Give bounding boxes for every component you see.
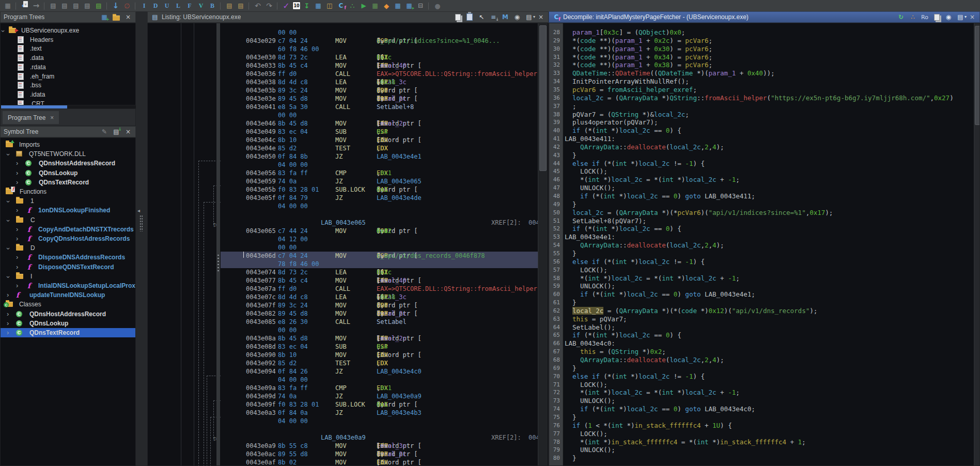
listing-row[interactable]: 0043e09d74 0aJZLAB_0043e0a9 [221, 392, 538, 400]
decompile-line[interactable]: 61 } [549, 299, 979, 307]
decompile-line[interactable]: 80 } [549, 454, 979, 462]
memory-map-icon[interactable]: ▦ [370, 1, 380, 10]
diff-icon[interactable]: M [501, 13, 509, 21]
decompile-line[interactable]: 42 QArrayData::deallocate(local_2c,2,4); [549, 143, 979, 151]
listing-row[interactable]: 0043e0af8b 02MOVEAX,dword ptr [EDX] [221, 458, 538, 466]
snapshot-icon[interactable]: ◉ [944, 13, 953, 21]
listing-row[interactable]: 0043e04983 ec 04SUBESP,0x4 [221, 128, 538, 136]
decompile-line[interactable]: 54 QArrayData::deallocate(local_2c,2,4); [549, 241, 979, 250]
listing-row[interactable]: 00 00 [221, 111, 538, 119]
chevron-right-icon[interactable]: › [7, 290, 9, 300]
decompile-line[interactable]: 44 else if (*(int *)local_2c != -1) { [549, 160, 979, 168]
symbol-tree-item-1ondnslookupfinished[interactable]: ›f1onDNSLookupFinished [1, 206, 135, 215]
symbol-tree-item-classes[interactable]: CClasses [1, 300, 135, 309]
chevron-right-icon[interactable]: › [16, 178, 18, 187]
decompile-line[interactable]: 64 SetLabel(); [549, 323, 979, 332]
program-tree-item[interactable]: .text [1, 44, 135, 53]
decompile-line[interactable]: 55 } [549, 250, 979, 258]
decompile-line[interactable]: 38 pQVar7 = (QString *)&local_2c; [549, 111, 979, 119]
decompile-line[interactable]: 35 pcVar6 = fromAscii_helper_exref; [549, 86, 979, 94]
listing-label-row[interactable]: LAB_0043e065XREF[2]:0043 [221, 219, 538, 227]
decompile-line[interactable]: 68 QArrayData::deallocate(local_2c,2,4); [549, 356, 979, 364]
symbol-tree-item-qdnslookup[interactable]: ›CQDnsLookup [1, 168, 135, 178]
symbol-tree-item-qdnslookup[interactable]: ›CQDnsLookup [1, 319, 135, 328]
decompile-line[interactable]: 45 LOCK(); [549, 167, 979, 176]
binary-view-icon[interactable]: 10 [292, 2, 301, 10]
listing-row[interactable]: 0043e036ff d0CALLEAX=>QT5CORE.DLL::QStri… [221, 70, 538, 78]
decompile-line[interactable]: 78 *(int *)in_stack_ffffffc4 = *(int *)i… [549, 438, 979, 446]
decompile-line[interactable]: 79 UNLOCK(); [549, 446, 979, 454]
chevron-right-icon[interactable]: › [16, 159, 18, 168]
listing-row[interactable]: 0043e0338b 45 c4MOVEAX,dword ptr [EBP + … [221, 61, 538, 70]
struct-editor-icon[interactable]: ▤ [94, 1, 104, 10]
chevron-down-icon[interactable]: › [4, 200, 13, 203]
listing-row[interactable]: 0043e085e8 26 30CALLSetLabel [221, 318, 538, 326]
listing-row[interactable]: 0043e0388d 4d c8LEAECX=>local_3c,[EBP + … [221, 78, 538, 86]
symbol-table-icon[interactable]: ▦ [393, 1, 403, 10]
chevron-right-icon[interactable]: › [16, 253, 18, 262]
create-tree-icon[interactable]: ▦+ [100, 13, 108, 21]
decompile-line[interactable]: 36 local_2c = (QArrayData *)QString::fro… [549, 94, 979, 102]
decompile-line[interactable]: 29 *(code **)(param_1 + 0x2c) = pcVar6; [549, 37, 979, 45]
decompile-line[interactable]: 70 else if (*(int *)local_2c != -1) { [549, 372, 979, 381]
listing-row[interactable]: 0043e03b89 3c 24MOVdword ptr [ESP],EDI [221, 86, 538, 95]
decompile-line[interactable]: 56 else if (*(int *)local_2c != -1) { [549, 258, 979, 266]
symbol-tree-item-i[interactable]: ›I [1, 272, 135, 281]
symbol-tree-item-qdnshostaddressrecord[interactable]: ›CQDnsHostAddressRecord [1, 159, 135, 168]
decompiler-icon[interactable]: Cf [336, 1, 346, 10]
function-graph-icon[interactable]: ∴ [347, 1, 357, 10]
listing-row[interactable]: 0043e0ac89 55 d8MOVdword ptr [EBP + loca… [221, 450, 538, 458]
symbol-references-icon[interactable]: ▦▸ [404, 1, 414, 10]
symbol-tree-item-disposeqdnstextrecord[interactable]: ›fDisposeQDNSTextRecord [1, 262, 135, 272]
decompile-line[interactable]: 43 } [549, 151, 979, 160]
listing-row[interactable]: 0043e08a8b 45 d8MOVEAX,dword ptr [EBP + … [221, 334, 538, 343]
diamond-icon[interactable]: ◆ [381, 1, 392, 10]
listing-row[interactable] [221, 425, 538, 433]
chevron-right-icon[interactable]: › [7, 319, 9, 328]
program-tree-item[interactable]: .CRT [1, 99, 135, 105]
chevron-down-icon[interactable]: › [4, 247, 13, 250]
chevron-down-icon[interactable]: › [4, 220, 13, 222]
program-tree-item[interactable]: .data [1, 53, 135, 63]
paste-icon[interactable] [465, 13, 474, 21]
program-tree-item[interactable]: .idata [1, 90, 135, 99]
datatype-manager-icon[interactable]: ◫ [324, 1, 335, 10]
listing-row[interactable]: 0043e0308d 73 2cLEAESI,[EBX + 0x2c] [221, 53, 538, 61]
decompile-line[interactable]: 71 LOCK(); [549, 381, 979, 389]
import-data-icon[interactable]: ↧ [302, 1, 312, 10]
decompile-line[interactable]: 41LAB_0043e411: [549, 135, 979, 143]
listing-row[interactable]: 00 00 [221, 243, 538, 252]
scrollbar-thumb[interactable] [539, 25, 547, 171]
page-down-icon[interactable]: ▤ [82, 1, 92, 10]
listing-row[interactable]: 04 00 00 [221, 161, 538, 169]
decompile-line[interactable]: 72 *(int *)local_2c = *(int *)local_2c +… [549, 389, 979, 397]
symbol-tree-item-qt5network-dll[interactable]: ›QT5NETWORK.DLL [1, 149, 135, 159]
listing-row[interactable]: 0043e029c7 04 24MOVdword ptr [ESP],s_api… [221, 37, 538, 45]
decompile-line[interactable]: 40 if (*(int *)local_2c == 0) { [549, 127, 979, 135]
export-icon[interactable]: ▤ [236, 1, 246, 10]
listing-row[interactable]: 0043e0940f 84 26JZLAB_0043e4c0 [221, 367, 538, 376]
format-f-button[interactable]: F [184, 1, 195, 10]
chevron-right-icon[interactable]: › [16, 281, 18, 290]
listing-row[interactable]: 0043e05974 0aJZLAB_0043e065 [221, 177, 538, 185]
format-b-button[interactable]: B [207, 1, 217, 10]
decompile-line[interactable]: 53LAB_0043e4e1: [549, 233, 979, 241]
decompile-line[interactable]: 67 this = (QString *)0x2; [549, 348, 979, 356]
paste-special-icon[interactable]: ▤ [59, 1, 70, 10]
collapse-arrow-icon[interactable]: ◂ [137, 208, 140, 213]
decompile-line[interactable]: 31 *(code **)(param_1 + 0x34) = pcVar6; [549, 53, 979, 61]
cursor-location-icon[interactable]: ↖ [477, 13, 486, 21]
program-tree-item[interactable]: Headers [1, 35, 135, 44]
open-folder-icon[interactable] [112, 13, 120, 21]
decompile-line[interactable]: 76 if (1 < *(int *)in_stack_ffffffc4 + 1… [549, 422, 979, 430]
format-i-button[interactable]: I [139, 1, 149, 10]
listing-row[interactable]: 0043e04c8b 10MOVEDX,dword ptr [EAX] [221, 136, 538, 144]
listing-row[interactable]: 0043e0500f 84 8bJZLAB_0043e4e1 [221, 152, 538, 161]
close-icon[interactable]: × [968, 13, 976, 21]
copy-special-icon[interactable]: ▤ [48, 1, 58, 10]
listing-row[interactable]: 0043e04e85 d2TESTEDX,EDX [221, 144, 538, 152]
disable-icon[interactable]: ∅ [122, 1, 132, 10]
listing-row[interactable] [221, 210, 538, 219]
symbol-tree-item-c[interactable]: ›C [1, 215, 135, 225]
undo-icon[interactable]: ↶ [253, 1, 263, 10]
